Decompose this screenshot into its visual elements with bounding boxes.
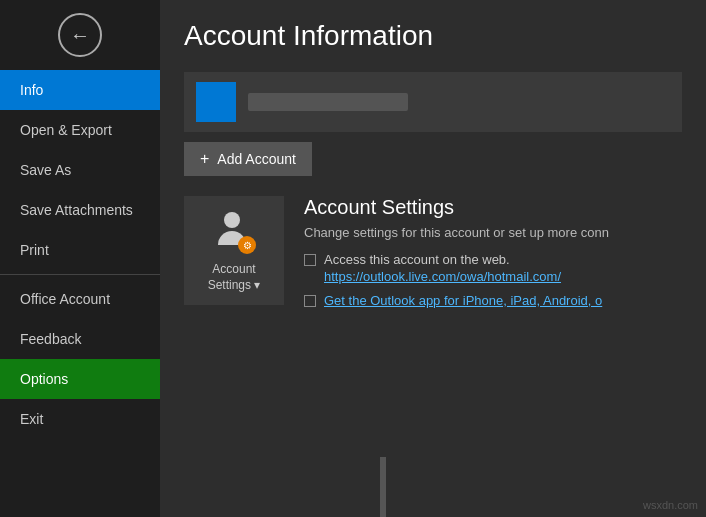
sidebar-item-options[interactable]: Options bbox=[0, 359, 160, 399]
info-link-web[interactable]: https://outlook.live.com/owa/hotmail.com… bbox=[324, 269, 561, 284]
bullet-icon-1 bbox=[304, 254, 316, 266]
section-description: Change settings for this account or set … bbox=[304, 225, 682, 240]
watermark: wsxdn.com bbox=[643, 499, 698, 511]
sidebar-item-save-attachments[interactable]: Save Attachments bbox=[0, 190, 160, 230]
sidebar-item-office-account[interactable]: Office Account bbox=[0, 279, 160, 319]
back-button[interactable]: ← bbox=[0, 0, 160, 70]
section-heading: Account Settings bbox=[304, 196, 682, 219]
info-item-web-access: Access this account on the web. https://… bbox=[304, 252, 682, 285]
tile-label: AccountSettings ▾ bbox=[208, 262, 261, 293]
sidebar-item-exit[interactable]: Exit bbox=[0, 399, 160, 439]
sidebar-item-open-export[interactable]: Open & Export bbox=[0, 110, 160, 150]
account-info bbox=[248, 93, 408, 111]
account-settings-info: Account Settings Change settings for thi… bbox=[304, 196, 682, 316]
bullet-icon-2 bbox=[304, 295, 316, 307]
account-card[interactable] bbox=[184, 72, 682, 132]
sidebar-divider bbox=[0, 274, 160, 275]
main-content: Account Information + Add Account ⚙ Acco… bbox=[160, 0, 706, 517]
sidebar: ← Info Open & Export Save As Save Attach… bbox=[0, 0, 160, 517]
sidebar-item-info[interactable]: Info bbox=[0, 70, 160, 110]
back-arrow-icon: ← bbox=[70, 25, 90, 45]
info-text-web: Access this account on the web. bbox=[324, 252, 561, 267]
account-avatar bbox=[196, 82, 236, 122]
sidebar-item-feedback[interactable]: Feedback bbox=[0, 319, 160, 359]
info-item-app: Get the Outlook app for iPhone, iPad, An… bbox=[304, 293, 682, 308]
info-link-app[interactable]: Get the Outlook app for iPhone, iPad, An… bbox=[324, 293, 602, 308]
person-head bbox=[224, 212, 240, 228]
sidebar-item-print[interactable]: Print bbox=[0, 230, 160, 270]
plus-icon: + bbox=[200, 150, 209, 168]
scroll-indicator[interactable] bbox=[380, 457, 386, 517]
account-settings-section: ⚙ AccountSettings ▾ Account Settings Cha… bbox=[184, 196, 682, 316]
account-settings-tile[interactable]: ⚙ AccountSettings ▾ bbox=[184, 196, 284, 305]
add-account-label: Add Account bbox=[217, 151, 296, 167]
back-circle-icon: ← bbox=[58, 13, 102, 57]
gear-badge-icon: ⚙ bbox=[238, 236, 256, 254]
sidebar-item-save-as[interactable]: Save As bbox=[0, 150, 160, 190]
page-title: Account Information bbox=[184, 20, 682, 52]
account-settings-icon: ⚙ bbox=[214, 212, 254, 252]
add-account-button[interactable]: + Add Account bbox=[184, 142, 312, 176]
